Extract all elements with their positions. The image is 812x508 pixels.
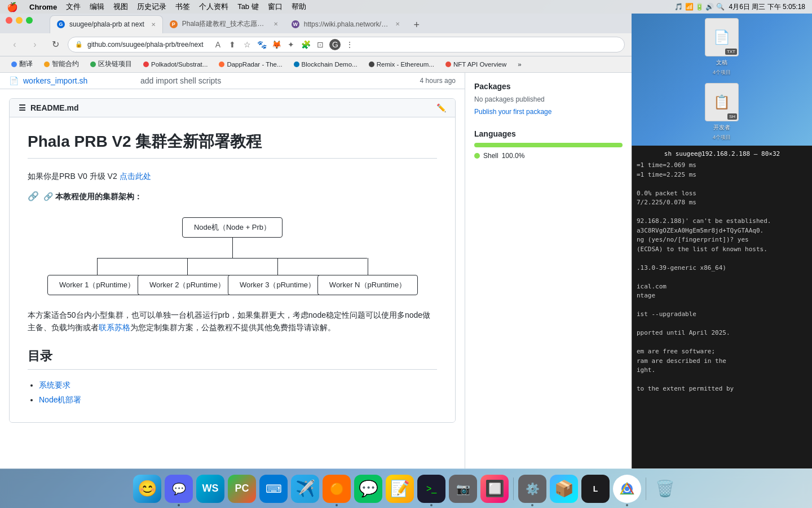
lang-bar bbox=[474, 143, 623, 147]
address-input[interactable]: 🔒 github.com/suugee/phala-prb/tree/next … bbox=[68, 37, 625, 52]
readme-upgrade-link[interactable]: 点击此处 bbox=[120, 172, 151, 181]
puzzle-icon[interactable]: 🧩 bbox=[300, 39, 311, 50]
new-tab-button[interactable]: + bbox=[409, 17, 425, 33]
profile-icon[interactable]: G bbox=[329, 39, 341, 50]
terminal-line-19: pported until April 2025. bbox=[637, 329, 807, 338]
desktop-file-doc[interactable]: 📄 TXT 文稿 4个项目 bbox=[705, 18, 739, 76]
dock-iterm[interactable]: >_ bbox=[417, 475, 445, 503]
dock-pycharm[interactable]: PC bbox=[228, 475, 256, 503]
sidebar-packages-link[interactable]: Publish your first package bbox=[474, 108, 551, 116]
menu-tab[interactable]: Tab 键 bbox=[237, 2, 259, 12]
readme-toc-list: 系统要求 Node机部署 bbox=[28, 379, 437, 406]
dock-webstorm[interactable]: WS bbox=[196, 475, 224, 503]
tab-2-close[interactable]: ✕ bbox=[273, 21, 278, 27]
menu-history[interactable]: 历史记录 bbox=[137, 2, 166, 12]
terminal-line-10: (ECDSA) to the list of known hosts. bbox=[637, 245, 807, 255]
paw-icon[interactable]: 🐾 bbox=[256, 39, 267, 50]
dock-chrome[interactable] bbox=[613, 475, 641, 503]
menu-file[interactable]: 文件 bbox=[66, 2, 81, 12]
toc-link-1[interactable]: 系统要求 bbox=[39, 380, 70, 389]
back-button[interactable]: ‹ bbox=[7, 37, 23, 52]
bookmark-nft-api[interactable]: NFT API Overview bbox=[441, 60, 511, 69]
dock-notes[interactable]: 📝 bbox=[386, 475, 414, 503]
readme-desc-paragraph: 本方案适合50台内小型集群，也可以单独一台机器运行prb，如果集群更大，考虑no… bbox=[28, 309, 437, 334]
star-icon[interactable]: ✦ bbox=[285, 39, 297, 50]
menu-bookmarks[interactable]: 书签 bbox=[175, 2, 190, 12]
sidebar-packages-title: Packages bbox=[474, 82, 623, 91]
close-button[interactable] bbox=[6, 17, 12, 24]
toc-link-2[interactable]: Node机部署 bbox=[39, 395, 81, 404]
address-action-icons: A ⬆ ☆ 🐾 🦊 ✦ 🧩 ⊡ G ⋮ bbox=[212, 39, 355, 50]
terminal-line-5: 7/2.225/0.078 ms bbox=[637, 198, 807, 208]
minimize-button[interactable] bbox=[16, 17, 23, 24]
tab-2[interactable]: P Phala搭建教程_技术志愿者苏格 ✕ bbox=[163, 15, 285, 33]
translate-icon[interactable]: A bbox=[212, 39, 223, 50]
menu-window[interactable]: 窗口 bbox=[268, 2, 283, 12]
readme-title-text: README.md bbox=[30, 103, 79, 112]
arch-branch-2-line bbox=[187, 258, 188, 275]
bookmark-remix[interactable]: Remix - Ethereum... bbox=[364, 60, 439, 69]
tab-3-close[interactable]: ✕ bbox=[395, 21, 400, 27]
menu-edit[interactable]: 编辑 bbox=[90, 2, 104, 12]
desktop-file-dev[interactable]: 📋 SH 开发者 4个项目 bbox=[705, 83, 739, 141]
readme-edit-icon[interactable]: ✏️ bbox=[436, 103, 446, 112]
dock-migration[interactable]: 📦 bbox=[550, 475, 578, 503]
dock-divider bbox=[513, 478, 514, 500]
more-icon[interactable]: ⋮ bbox=[344, 39, 355, 50]
dock-launchpad[interactable]: 🔲 bbox=[480, 475, 509, 503]
terminal-line-20 bbox=[637, 338, 807, 348]
lang-item-shell: Shell 100.0% bbox=[474, 152, 623, 160]
file-name-workers-import[interactable]: workers_import.sh bbox=[23, 76, 136, 85]
dock-telegram[interactable]: ✈️ bbox=[291, 475, 319, 503]
dock-vscode[interactable]: ⌨ bbox=[259, 475, 288, 503]
tab-3[interactable]: W https://wiki.phala.network/en-... ✕ bbox=[285, 15, 407, 33]
github-content: 📄 workers_import.sh add import shell scr… bbox=[0, 73, 465, 468]
tab-1[interactable]: G suugee/phala-prb at next ✕ bbox=[50, 15, 163, 33]
dock-wechat[interactable]: 💬 bbox=[354, 475, 382, 503]
bookmark-icon[interactable]: ☆ bbox=[241, 39, 253, 50]
menu-help[interactable]: 帮助 bbox=[292, 2, 306, 12]
terminal-line-9: ng (yes/no/[fingerprint])? yes bbox=[637, 235, 807, 245]
dock-screenshot[interactable]: 📷 bbox=[449, 475, 477, 503]
pycharm-icon: PC bbox=[235, 483, 249, 494]
terminal-line-8: a3C8RVgOZExA0HgEm5mr8jd+TQyGTAAq0. bbox=[637, 226, 807, 236]
dock-codefun[interactable]: 🟠 bbox=[323, 475, 351, 503]
dock-lasso[interactable]: L bbox=[581, 475, 610, 503]
dock: 😊 💬 WS PC ⌨ ✈️ 🟠 💬 📝 >_ 📷 🔲 ⚙️ 📦 bbox=[0, 468, 812, 508]
finder-icon: 😊 bbox=[138, 479, 157, 498]
dock-trash[interactable]: 🗑️ bbox=[651, 475, 679, 503]
terminal-line-11 bbox=[637, 254, 807, 264]
arch-branch-3-line bbox=[277, 258, 278, 275]
menubar: 🍎 Chrome 文件 编辑 视图 历史记录 书签 个人资料 Tab 键 窗口 … bbox=[0, 0, 812, 14]
fullscreen-button[interactable] bbox=[26, 17, 33, 24]
menu-view[interactable]: 视图 bbox=[113, 2, 128, 12]
chrome-icon bbox=[618, 480, 636, 498]
fox-icon[interactable]: 🦊 bbox=[271, 39, 282, 50]
bookmark-blockchain-project[interactable]: 区块链项目 bbox=[86, 59, 136, 69]
terminal-line-13 bbox=[637, 273, 807, 282]
arch-branch-n: Worker N（pRuntime） bbox=[323, 258, 413, 295]
menu-profile[interactable]: 个人资料 bbox=[199, 2, 228, 12]
reload-button[interactable]: ↻ bbox=[47, 37, 63, 52]
app-name[interactable]: Chrome bbox=[29, 3, 57, 11]
sidebar-icon[interactable]: ⊡ bbox=[315, 39, 326, 50]
bookmark-translate[interactable]: 翻译 bbox=[7, 59, 37, 69]
bookmark-blockchain-demo[interactable]: Blockchain Demo... bbox=[289, 60, 362, 69]
bookmark-polkadot[interactable]: Polkadot/Substrat... bbox=[139, 60, 212, 69]
vscode-icon: ⌨ bbox=[266, 482, 282, 496]
bookmark-dappradar[interactable]: DappRadar - The... bbox=[214, 60, 286, 69]
tab-1-close[interactable]: ✕ bbox=[151, 21, 156, 28]
dock-finder[interactable]: 😊 bbox=[133, 475, 161, 503]
apple-menu[interactable]: 🍎 bbox=[7, 2, 18, 12]
bookmark-smart-contract[interactable]: 智能合约 bbox=[39, 59, 83, 69]
readme-contact-link[interactable]: 联系苏格 bbox=[99, 323, 130, 332]
forward-button[interactable]: › bbox=[27, 37, 43, 52]
screenshot-icon: 📷 bbox=[456, 482, 470, 496]
bookmarks-bar: 翻译 智能合约 区块链项目 Polkadot/Substrat... DappR… bbox=[0, 56, 632, 73]
terminal-panel[interactable]: sh suugee@192.168.2.188 — 80×32 =1 time=… bbox=[632, 146, 812, 468]
share-icon[interactable]: ⬆ bbox=[227, 39, 238, 50]
settings-icon: ⚙️ bbox=[526, 482, 540, 496]
dock-discord[interactable]: 💬 bbox=[165, 475, 193, 503]
dock-settings[interactable]: ⚙️ bbox=[518, 475, 546, 503]
bookmark-more[interactable]: » bbox=[513, 60, 526, 69]
